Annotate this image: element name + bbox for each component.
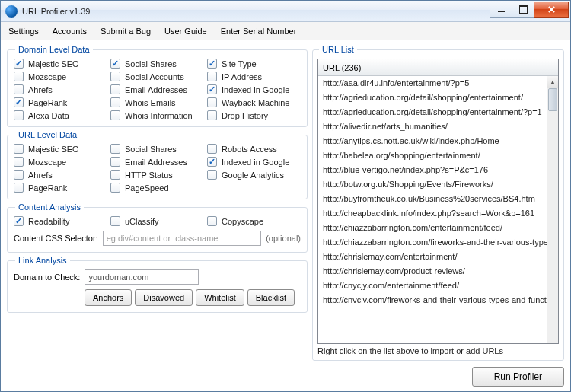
checkbox-label: Mozscape: [28, 72, 66, 81]
menu-user-guide[interactable]: User Guide: [164, 27, 207, 36]
scroll-thumb[interactable]: [548, 88, 557, 111]
domain-checkbox-0[interactable]: Majestic SEO: [14, 59, 107, 69]
checkbox-label: Social Shares: [125, 59, 177, 69]
checkbox-icon: [14, 144, 24, 154]
checkbox-label: Alexa Data: [28, 111, 69, 120]
checkbox-icon: [14, 110, 24, 120]
url-list-item[interactable]: http://alivedir.net/arts_humanities/: [318, 120, 547, 134]
url-checkbox-2[interactable]: Robots Access: [207, 144, 301, 154]
content-analysis-group: Content Analysis ReadabilityuClassifyCop…: [7, 202, 308, 253]
checkbox-label: Ahrefs: [28, 171, 53, 180]
domain-checkbox-1[interactable]: Social Shares: [110, 59, 204, 69]
checkbox-label: Social Shares: [125, 145, 177, 154]
domain-checkbox-8[interactable]: Indexed in Google: [207, 84, 301, 94]
domain-checkbox-2[interactable]: Site Type: [207, 59, 301, 69]
checkbox-icon: [14, 183, 24, 193]
url-checkbox-0[interactable]: Majestic SEO: [14, 144, 107, 154]
app-icon: [5, 5, 18, 18]
url-list-item[interactable]: http://chiazzabarrington.com/entertainme…: [318, 221, 547, 235]
close-button[interactable]: [534, 2, 569, 18]
link-analysis-group: Link Analysis Domain to Check: Anchors D…: [7, 256, 308, 313]
url-list-header[interactable]: URL (236): [318, 59, 558, 76]
domain-checkbox-13[interactable]: Whois Information: [110, 110, 204, 120]
url-list-item[interactable]: http://agrieducation.org/detail/shopping…: [318, 91, 547, 105]
blacklist-button[interactable]: Blacklist: [247, 289, 295, 306]
menu-settings[interactable]: Settings: [8, 27, 39, 36]
url-level-legend: URL Level Data: [15, 130, 80, 139]
url-list-item[interactable]: http://cnvciv.com/fireworks-and-their-va…: [318, 293, 547, 308]
content-checkbox-0[interactable]: Readability: [14, 216, 107, 226]
domain-to-check-label: Domain to Check:: [14, 272, 80, 282]
checkbox-label: Copyscape: [222, 217, 263, 226]
url-list-item[interactable]: http://aaa.dir4u.info/entertainment/?p=5: [318, 76, 547, 91]
domain-checkbox-12[interactable]: Alexa Data: [14, 110, 107, 120]
url-list-item[interactable]: http://cnycjy.com/entertainment/feed/: [318, 279, 547, 293]
checkbox-icon: [14, 97, 24, 107]
url-checkbox-8[interactable]: Google Analytics: [207, 170, 301, 180]
url-list-box[interactable]: URL (236) http://aaa.dir4u.info/entertai…: [317, 59, 559, 344]
domain-checkbox-10[interactable]: Whois Emails: [110, 97, 204, 107]
run-profiler-button[interactable]: Run Profiler: [472, 367, 564, 387]
url-list-item[interactable]: http://chiazzabarrington.com/fireworks-a…: [318, 235, 547, 250]
maximize-button[interactable]: [512, 2, 534, 18]
disavowed-button[interactable]: Disavowed: [135, 289, 193, 306]
domain-checkbox-9[interactable]: PageRank: [14, 97, 107, 107]
url-list-item[interactable]: http://agrieducation.org/detail/shopping…: [318, 105, 547, 120]
checkbox-label: Email Addresses: [125, 85, 187, 94]
checkbox-icon: [14, 72, 24, 81]
checkbox-label: Robots Access: [222, 145, 277, 154]
url-list-item[interactable]: http://blue-vertigo.net/index.php?s=P&c=…: [318, 163, 547, 177]
checkbox-label: PageSpeed: [125, 183, 169, 193]
url-list-hint: Right click on the list above to import …: [317, 346, 559, 355]
domain-checkbox-6[interactable]: Ahrefs: [14, 84, 107, 94]
domain-checkbox-11[interactable]: Wayback Machine: [207, 97, 301, 107]
url-checkbox-10[interactable]: PageSpeed: [110, 183, 204, 193]
domain-to-check-input[interactable]: [85, 269, 199, 285]
anchors-button[interactable]: Anchors: [85, 289, 132, 306]
url-list-item[interactable]: http://chrislemay.com/entertainment/: [318, 250, 547, 264]
menu-enter-serial[interactable]: Enter Serial Number: [221, 27, 297, 36]
checkbox-icon: [14, 84, 24, 94]
content-checkbox-2[interactable]: Copyscape: [207, 216, 301, 226]
checkbox-icon: [110, 144, 120, 154]
url-list-item[interactable]: http://buyfromtheuk.co.uk/Business%20ser…: [318, 192, 547, 206]
url-checkbox-7[interactable]: HTTP Status: [110, 170, 204, 180]
checkbox-icon: [207, 97, 217, 107]
url-list-group: URL List URL (236) http://aaa.dir4u.info…: [312, 45, 564, 361]
url-checkbox-5[interactable]: Indexed in Google: [207, 157, 301, 167]
right-column: URL List URL (236) http://aaa.dir4u.info…: [312, 45, 564, 387]
whitelist-button[interactable]: Whitelist: [196, 289, 244, 306]
scroll-up-icon[interactable]: ▲: [547, 76, 558, 88]
content-checkbox-1[interactable]: uClassify: [110, 216, 204, 226]
window-title: URL Profiler v1.39: [22, 7, 490, 16]
checkbox-icon: [14, 59, 24, 69]
url-list-scrollbar[interactable]: ▲: [547, 76, 558, 343]
url-list-legend: URL List: [319, 45, 357, 54]
checkbox-label: Site Type: [222, 59, 257, 69]
menu-accounts[interactable]: Accounts: [53, 27, 87, 36]
url-checkbox-6[interactable]: Ahrefs: [14, 170, 107, 180]
url-checkbox-1[interactable]: Social Shares: [110, 144, 204, 154]
url-list-item[interactable]: http://anytips.cs.nott.ac.uk/wiki/index.…: [318, 134, 547, 148]
menu-submit-bug[interactable]: Submit a Bug: [100, 27, 151, 36]
domain-checkbox-14[interactable]: Drop History: [207, 110, 301, 120]
checkbox-icon: [207, 59, 217, 69]
domain-checkbox-3[interactable]: Mozscape: [14, 72, 107, 81]
url-list-item[interactable]: http://botw.org.uk/Shopping/Events/Firew…: [318, 177, 547, 192]
checkbox-icon: [110, 72, 120, 81]
domain-checkbox-7[interactable]: Email Addresses: [110, 84, 204, 94]
checkbox-label: Indexed in Google: [222, 85, 289, 94]
url-checkbox-3[interactable]: Mozscape: [14, 157, 107, 167]
domain-checkbox-4[interactable]: Social Accounts: [110, 72, 204, 81]
content-area: Domain Level Data Majestic SEOSocial Sha…: [1, 40, 570, 391]
domain-checkbox-5[interactable]: IP Address: [207, 72, 301, 81]
checkbox-icon: [110, 110, 120, 120]
url-checkbox-4[interactable]: Email Addresses: [110, 157, 204, 167]
title-bar: URL Profiler v1.39: [1, 1, 570, 22]
url-list-item[interactable]: http://babelea.org/shopping/entertainmen…: [318, 148, 547, 163]
url-checkbox-9[interactable]: PageRank: [14, 183, 107, 193]
url-list-item[interactable]: http://chrislemay.com/product-reviews/: [318, 264, 547, 279]
css-selector-input[interactable]: [103, 231, 261, 246]
url-list-item[interactable]: http://cheapbacklink.info/index.php?sear…: [318, 206, 547, 221]
minimize-button[interactable]: [490, 2, 512, 18]
